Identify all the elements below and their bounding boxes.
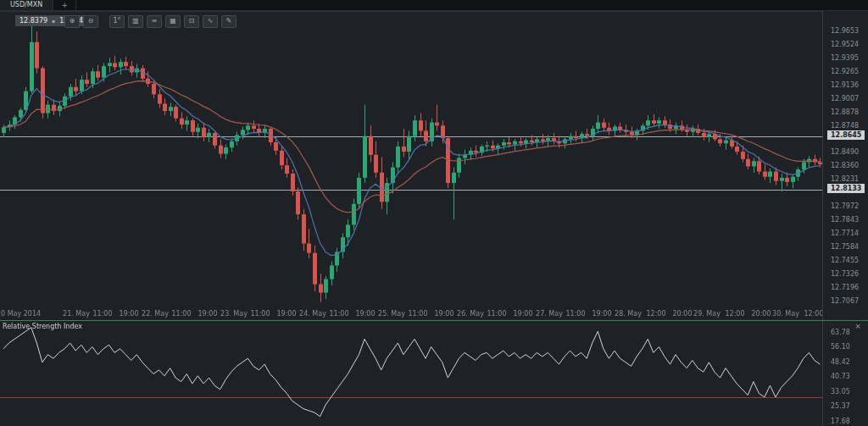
price-axis-label: 12.8360 <box>831 162 859 169</box>
zoom-out-button[interactable]: ⊖ <box>83 15 98 28</box>
time-axis-label: 20:00 <box>751 310 771 318</box>
price-chart-area[interactable] <box>0 11 822 308</box>
price-level-tag[interactable]: 12.8133 <box>827 184 865 193</box>
time-axis-label: 24. May <box>299 310 326 318</box>
price-axis-label: 12.8490 <box>831 148 859 156</box>
rsi-axis[interactable]: 63.7856.1048.4240.7333.0525.3717.68 <box>823 321 868 426</box>
time-axis-label: 25. May <box>378 310 405 318</box>
indicators-list-button[interactable]: ≡ <box>147 15 162 28</box>
price-axis-label: 12.9136 <box>831 81 859 89</box>
price-axis-label: 12.9653 <box>831 27 859 35</box>
price-axis-label: 12.7843 <box>831 216 859 224</box>
price-level-tag[interactable]: 12.8645 <box>827 130 865 140</box>
chart-toolbar: ⊕⊖1°▥≡▦⊡∿✎ <box>64 15 240 28</box>
time-axis-label: 20:00 <box>672 310 692 318</box>
rsi-canvas[interactable] <box>0 323 822 425</box>
time-axis-label: 28. May <box>615 310 642 318</box>
link-button[interactable]: ⊡ <box>184 15 199 28</box>
time-axis-label: 19:00 <box>198 310 217 318</box>
time-axis-label: 20 May 2014 <box>0 310 41 318</box>
trading-app: USD/MXN + 12.8379 ▪ 12.8448 ⊕⊖1°▥≡▦⊡∿✎ 1… <box>0 0 868 426</box>
timeframe-button[interactable]: 1° <box>109 15 125 28</box>
time-axis-label: 12:00 <box>804 310 823 318</box>
time-axis-label: 11:00 <box>408 310 427 318</box>
price-axis-label: 12.7067 <box>831 297 859 305</box>
time-axis-label: 23. May <box>220 310 248 318</box>
price-axis-label: 12.7455 <box>831 257 859 264</box>
price-axis-label: 12.9395 <box>831 54 859 62</box>
zoom-in-button[interactable]: ⊕ <box>64 15 80 28</box>
time-axis-label: 11:00 <box>250 310 270 318</box>
price-axis-label: 12.9524 <box>831 41 859 48</box>
rsi-axis-label: 33.05 <box>831 388 850 396</box>
time-axis-label: 19:00 <box>513 310 532 318</box>
tab-bar: USD/MXN + <box>0 0 868 11</box>
rsi-axis-label: 17.68 <box>831 418 850 425</box>
rsi-title: Relative Strength Index <box>3 323 82 330</box>
rsi-axis-label: 63.78 <box>831 329 850 336</box>
time-axis-label: 11:00 <box>92 310 112 318</box>
time-axis-label: 19:00 <box>592 310 611 318</box>
rsi-axis-label: 48.42 <box>831 358 850 366</box>
grid-button[interactable]: ▦ <box>165 15 181 28</box>
draw-button[interactable]: ✎ <box>221 15 236 28</box>
time-axis-label: 22. May <box>142 310 169 318</box>
time-axis-label: 11:00 <box>487 310 506 318</box>
rsi-panel[interactable]: Relative Strength Index × 63.7856.1048.4… <box>0 320 868 426</box>
time-axis-label: 11:00 <box>171 310 191 318</box>
time-axis-label: 30. May <box>772 310 799 318</box>
price-axis-label: 12.9265 <box>831 68 859 75</box>
time-axis-label: 29. May <box>693 310 721 318</box>
price-axis-label: 12.8748 <box>831 122 859 130</box>
time-axis-label: 19:00 <box>276 310 296 318</box>
price-axis-label: 12.7326 <box>831 270 859 278</box>
time-axis-label: 19:00 <box>119 310 138 318</box>
price-axis[interactable]: 12.965312.952412.939512.926512.913612.90… <box>823 11 868 307</box>
add-tab-button[interactable]: + <box>53 0 76 10</box>
chart-type-bars-button[interactable]: ▥ <box>128 15 143 28</box>
rsi-close-icon[interactable]: × <box>854 322 861 330</box>
price-axis-label: 12.8878 <box>831 108 859 116</box>
time-axis[interactable]: 20 May 201421. May11:0019:0022. May11:00… <box>0 307 822 320</box>
time-axis-label: 27. May <box>536 310 563 318</box>
price-axis-label: 12.7714 <box>831 230 859 237</box>
price-axis-label: 12.9007 <box>831 95 859 102</box>
time-axis-label: 12:00 <box>725 310 744 318</box>
bid-price: 12.8379 <box>19 15 47 26</box>
time-axis-label: 26. May <box>457 310 484 318</box>
line-chart-button[interactable]: ∿ <box>203 15 218 28</box>
rsi-axis-label: 56.10 <box>831 343 850 351</box>
rsi-axis-label: 25.37 <box>831 402 850 410</box>
price-axis-label: 12.7972 <box>831 202 859 210</box>
rsi-axis-label: 40.73 <box>831 373 850 380</box>
time-axis-label: 11:00 <box>329 310 348 318</box>
price-axis-label: 12.7584 <box>831 243 859 251</box>
time-axis-label: 19:00 <box>434 310 453 318</box>
time-axis-label: 21. May <box>63 310 90 318</box>
spread-separator-icon: ▪ <box>52 15 55 26</box>
price-axis-label: 12.7196 <box>831 284 859 291</box>
time-axis-label: 12:00 <box>646 310 665 318</box>
time-axis-label: 19:00 <box>355 310 375 318</box>
price-chart-canvas[interactable] <box>0 12 822 308</box>
price-axis-label: 12.8231 <box>831 175 859 183</box>
tab-usdmxn[interactable]: USD/MXN <box>0 0 53 10</box>
time-axis-label: 11:00 <box>565 310 585 318</box>
